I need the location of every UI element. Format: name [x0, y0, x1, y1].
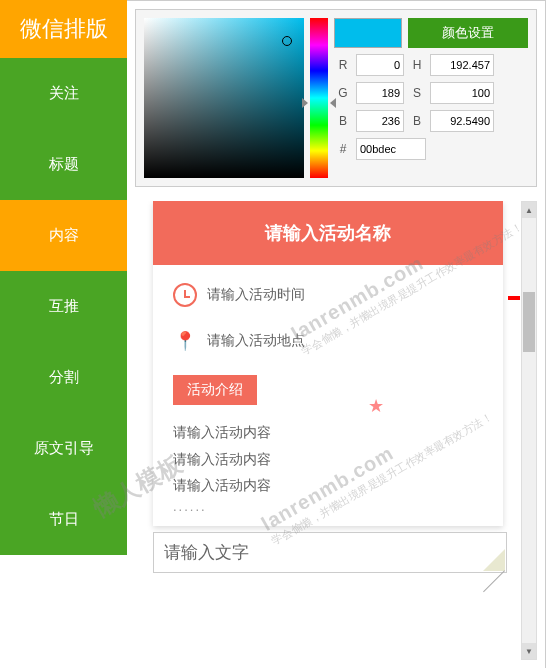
- color-picker: 颜色设置 R H G S B B: [135, 9, 537, 187]
- pin-icon: 📍: [173, 329, 197, 353]
- r-label: R: [334, 54, 352, 76]
- sidebar-item-label: 关注: [49, 84, 79, 101]
- color-set-button[interactable]: 颜色设置: [408, 18, 528, 48]
- h-label: H: [408, 54, 426, 76]
- main-panel: 颜色设置 R H G S B B: [127, 0, 546, 668]
- sidebar-item-content[interactable]: 内容: [0, 200, 127, 271]
- content-line-1[interactable]: 请输入活动内容: [173, 419, 483, 446]
- br-input[interactable]: [430, 110, 494, 132]
- card-body: 请输入活动时间 📍 请输入活动地点 活动介绍 请输入活动内容 请输入活动内容 请…: [153, 265, 503, 526]
- saturation-value-panel[interactable]: [144, 18, 304, 178]
- sidebar-item-follow[interactable]: 关注: [0, 58, 127, 129]
- sidebar-item-label: 标题: [49, 155, 79, 172]
- scroll-up-arrow[interactable]: ▲: [522, 202, 536, 218]
- time-row[interactable]: 请输入活动时间: [173, 283, 483, 307]
- text-input-card[interactable]: 请输入文字: [153, 532, 507, 573]
- content-line-3[interactable]: 请输入活动内容: [173, 472, 483, 499]
- b-label: B: [334, 110, 352, 132]
- intro-tag: 活动介绍: [173, 375, 257, 405]
- time-placeholder: 请输入活动时间: [207, 286, 305, 304]
- g-label: G: [334, 82, 352, 104]
- color-controls: 颜色设置 R H G S B B: [334, 18, 528, 178]
- sidebar-header: 微信排版: [0, 0, 127, 58]
- sidebar: 微信排版 关注 标题 内容 互推 分割 原文引导 节日: [0, 0, 127, 668]
- color-preview: [334, 18, 402, 48]
- sidebar-item-festival[interactable]: 节日: [0, 484, 127, 555]
- content-dots: ......: [173, 499, 483, 514]
- hex-input[interactable]: [356, 138, 426, 160]
- sidebar-item-title[interactable]: 标题: [0, 129, 127, 200]
- hue-arrow-right: [330, 98, 336, 108]
- text-input-placeholder: 请输入文字: [164, 541, 249, 564]
- content-area: 请输入活动名称 请输入活动时间 📍 请输入活动地点 活动介绍 请输入活动内容 请…: [135, 201, 537, 660]
- sidebar-item-label: 内容: [49, 226, 79, 243]
- scrollbar[interactable]: ▲ ▼: [521, 201, 537, 660]
- sidebar-item-label: 原文引导: [34, 439, 94, 456]
- br-label: B: [408, 110, 426, 132]
- hex-label: #: [334, 138, 352, 160]
- activity-card[interactable]: 请输入活动名称 请输入活动时间 📍 请输入活动地点 活动介绍 请输入活动内容 请…: [153, 201, 503, 526]
- fold-corner-icon: [483, 549, 505, 571]
- g-input[interactable]: [356, 82, 404, 104]
- r-input[interactable]: [356, 54, 404, 76]
- sidebar-item-mutual[interactable]: 互推: [0, 271, 127, 342]
- h-input[interactable]: [430, 54, 494, 76]
- b-input[interactable]: [356, 110, 404, 132]
- sv-cursor[interactable]: [282, 36, 292, 46]
- sidebar-item-original[interactable]: 原文引导: [0, 413, 127, 484]
- card-title[interactable]: 请输入活动名称: [153, 201, 503, 265]
- s-label: S: [408, 82, 426, 104]
- hue-arrow-left: [302, 98, 308, 108]
- s-input[interactable]: [430, 82, 494, 104]
- sidebar-item-divider[interactable]: 分割: [0, 342, 127, 413]
- red-indicator: [508, 296, 520, 300]
- place-placeholder: 请输入活动地点: [207, 332, 305, 350]
- sidebar-item-label: 分割: [49, 368, 79, 385]
- content-line-2[interactable]: 请输入活动内容: [173, 446, 483, 473]
- star-icon: ★: [368, 395, 384, 417]
- scroll-down-arrow[interactable]: ▼: [522, 643, 536, 659]
- clock-icon: [173, 283, 197, 307]
- sidebar-item-label: 互推: [49, 297, 79, 314]
- sidebar-item-label: 节日: [49, 510, 79, 527]
- scroll-thumb[interactable]: [523, 292, 535, 352]
- hue-slider[interactable]: [310, 18, 328, 178]
- place-row[interactable]: 📍 请输入活动地点: [173, 329, 483, 353]
